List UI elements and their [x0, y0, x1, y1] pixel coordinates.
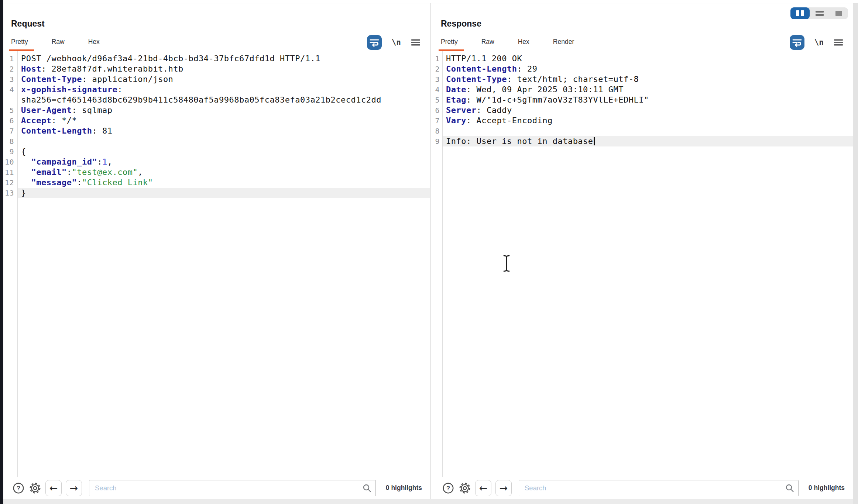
- settings-button[interactable]: [29, 482, 41, 494]
- code-text: Date: Wed, 09 Apr 2025 03:10:11 GMT: [442, 84, 853, 95]
- tab-pretty[interactable]: Pretty: [11, 38, 28, 51]
- code-line[interactable]: 3Content-Type: text/html; charset=utf-8: [433, 74, 853, 84]
- layout-split-columns-button[interactable]: [790, 7, 810, 19]
- message-editor-split-view: Request PrettyRawHex \n: [3, 3, 853, 499]
- search-previous-button[interactable]: ←: [475, 480, 491, 496]
- tab-hex[interactable]: Hex: [518, 38, 529, 51]
- line-number: 12: [3, 177, 17, 188]
- code-line[interactable]: 2Host: 28efa8f7df.whiterabbit.htb: [3, 64, 430, 74]
- line-number: 8: [3, 136, 17, 146]
- editor-menu-icon[interactable]: [411, 38, 421, 47]
- line-number: 4: [3, 84, 17, 95]
- code-text: Content-Type: application/json: [17, 74, 430, 84]
- code-text: Content-Length: 81: [17, 126, 430, 136]
- search-next-button[interactable]: →: [495, 480, 512, 496]
- search-next-button[interactable]: →: [66, 480, 82, 496]
- code-text: "email":"test@ex.com",: [17, 167, 430, 177]
- single-pane-layout-icon: [835, 11, 842, 16]
- code-text: {: [17, 146, 430, 157]
- code-text: Info: User is not in database: [442, 136, 853, 146]
- window-frame-left: [0, 0, 3, 504]
- code-text: Content-Length: 29: [442, 64, 853, 74]
- line-number: 4: [433, 84, 442, 95]
- layout-single-pane-button[interactable]: [829, 7, 848, 19]
- code-text: User-Agent: sqlmap: [17, 105, 430, 115]
- line-number: 3: [433, 74, 442, 84]
- tab-raw[interactable]: Raw: [52, 38, 65, 51]
- line-number: 5: [3, 105, 17, 115]
- line-number: 2: [3, 64, 17, 74]
- request-search-input[interactable]: [89, 480, 376, 496]
- code-line[interactable]: 3Content-Type: application/json: [3, 74, 430, 84]
- code-line[interactable]: 4x-gophish-signature:: [3, 84, 430, 95]
- word-wrap-toggle-icon[interactable]: [790, 35, 804, 50]
- response-search-input[interactable]: [519, 480, 799, 496]
- code-line[interactable]: 10 "campaign_id":1,: [3, 157, 430, 167]
- response-editor-toolbar: \n: [790, 35, 843, 50]
- code-line[interactable]: 7Content-Length: 81: [3, 126, 430, 136]
- help-button[interactable]: ?: [12, 482, 25, 494]
- code-line[interactable]: 13}: [3, 188, 430, 198]
- code-text: "campaign_id":1,: [17, 157, 430, 167]
- show-newlines-toggle[interactable]: \n: [392, 38, 401, 47]
- tab-pretty[interactable]: Pretty: [441, 38, 458, 51]
- layout-split-rows-button[interactable]: [810, 7, 829, 19]
- code-text: Server: Caddy: [442, 105, 853, 115]
- text-caret: [594, 137, 595, 145]
- code-line[interactable]: 1POST /webhook/d96af3a4-21bd-4bcb-bd34-3…: [3, 53, 430, 64]
- code-line[interactable]: 5User-Agent: sqlmap: [3, 105, 430, 115]
- search-magnifier-icon: [785, 483, 795, 495]
- line-number: 10: [3, 157, 17, 167]
- code-text: POST /webhook/d96af3a4-21bd-4bcb-bd34-37…: [17, 53, 430, 64]
- window-frame-right: [853, 3, 858, 504]
- request-editor[interactable]: 1POST /webhook/d96af3a4-21bd-4bcb-bd34-3…: [3, 51, 430, 477]
- help-icon: ?: [12, 482, 25, 494]
- request-panel: Request PrettyRawHex \n: [3, 3, 430, 499]
- code-line[interactable]: 2Content-Length: 29: [433, 64, 853, 74]
- response-panel: Response PrettyRawHexRender \n: [433, 3, 853, 499]
- code-line[interactable]: 7Vary: Accept-Encoding: [433, 115, 853, 126]
- request-panel-title: Request: [3, 3, 430, 29]
- code-line[interactable]: 9Info: User is not in database: [433, 136, 853, 146]
- line-number: 6: [3, 115, 17, 126]
- code-text: x-gophish-signature:: [17, 84, 430, 95]
- hamburger-icon: [411, 38, 421, 47]
- editor-menu-icon[interactable]: [834, 38, 843, 47]
- code-line[interactable]: 5Etag: W/"1d-c+SgTmm7aoV3zT83YVlLE+EDHLI…: [433, 95, 853, 105]
- code-line[interactable]: 1HTTP/1.1 200 OK: [433, 53, 853, 64]
- line-number: 3: [3, 74, 17, 84]
- code-line[interactable]: 8: [433, 126, 853, 136]
- line-number: 9: [433, 136, 442, 146]
- tab-hex[interactable]: Hex: [88, 38, 100, 51]
- word-wrap-toggle-icon[interactable]: [367, 35, 382, 50]
- line-number: 1: [3, 53, 17, 64]
- tab-raw[interactable]: Raw: [481, 38, 494, 51]
- help-button[interactable]: ?: [442, 482, 454, 494]
- code-line[interactable]: 11 "email":"test@ex.com",: [3, 167, 430, 177]
- request-search-bar: ? ← →: [3, 477, 430, 499]
- code-text: Vary: Accept-Encoding: [442, 115, 853, 126]
- search-previous-button[interactable]: ←: [45, 480, 62, 496]
- code-line[interactable]: 4Date: Wed, 09 Apr 2025 03:10:11 GMT: [433, 84, 853, 95]
- panel-divider[interactable]: [430, 3, 433, 499]
- code-line[interactable]: 8: [3, 136, 430, 146]
- code-text: Accept: */*: [17, 115, 430, 126]
- code-text: Content-Type: text/html; charset=utf-8: [442, 74, 853, 84]
- code-line[interactable]: 12 "message":"Clicked Link": [3, 177, 430, 188]
- line-number: 1: [433, 53, 442, 64]
- code-line[interactable]: 6Accept: */*: [3, 115, 430, 126]
- wrap-lines-icon: [792, 38, 802, 47]
- code-text: [442, 126, 853, 136]
- show-newlines-toggle[interactable]: \n: [814, 38, 824, 47]
- code-line[interactable]: sha256=cf4651463d8bc629b9b411c58480af5a9…: [3, 95, 430, 105]
- response-panel-title: Response: [433, 3, 853, 29]
- line-number: 13: [3, 188, 17, 198]
- code-line[interactable]: 9{: [3, 146, 430, 157]
- settings-button[interactable]: [459, 482, 471, 494]
- response-highlights-count: 0 highlights: [809, 484, 845, 492]
- code-text: HTTP/1.1 200 OK: [442, 53, 853, 64]
- tab-render[interactable]: Render: [553, 38, 574, 51]
- response-editor[interactable]: 1HTTP/1.1 200 OK2Content-Length: 293Cont…: [433, 51, 853, 477]
- code-line[interactable]: 6Server: Caddy: [433, 105, 853, 115]
- response-search-field-wrap: [519, 480, 799, 496]
